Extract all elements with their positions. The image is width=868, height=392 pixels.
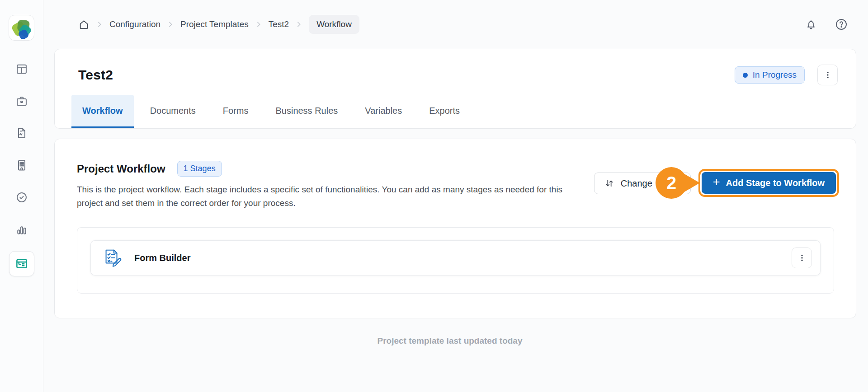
stage-list-container: Form Builder xyxy=(77,227,834,294)
briefcase-icon xyxy=(15,95,28,107)
chevron-right-icon xyxy=(167,21,174,28)
project-menu-button[interactable] xyxy=(817,65,838,85)
bell-icon[interactable] xyxy=(805,18,817,31)
annotation-step-marker: 2 xyxy=(656,167,687,199)
project-header-card: Test2 In Progress Workflow Documents For… xyxy=(54,49,856,129)
change-order-label: Change xyxy=(621,178,652,189)
sidebar xyxy=(0,0,43,392)
check-circle-icon xyxy=(15,191,28,204)
stage-menu-button[interactable] xyxy=(792,247,812,268)
sidebar-nav xyxy=(9,59,34,276)
sidebar-item-templates[interactable] xyxy=(9,251,34,276)
app-logo[interactable] xyxy=(9,15,34,41)
section-title: Project Workflow xyxy=(77,163,165,175)
sidebar-item-tasks[interactable] xyxy=(9,187,34,208)
form-builder-icon xyxy=(102,247,123,268)
breadcrumb-test2[interactable]: Test2 xyxy=(269,19,289,29)
workflow-actions: Change + Add Stage to Workflow xyxy=(594,169,839,197)
sidebar-item-projects[interactable] xyxy=(9,91,34,112)
status-badge-label: In Progress xyxy=(753,70,797,80)
tab-forms[interactable]: Forms xyxy=(212,95,259,128)
help-icon[interactable] xyxy=(835,18,848,31)
sidebar-item-organization[interactable] xyxy=(9,155,34,176)
breadcrumb-configuration[interactable]: Configuration xyxy=(109,19,160,29)
plus-icon: + xyxy=(713,176,720,188)
sidebar-item-dashboard[interactable] xyxy=(9,59,34,79)
sort-arrows-icon xyxy=(604,178,614,188)
tab-bar: Workflow Documents Forms Business Rules … xyxy=(55,95,856,128)
home-icon[interactable] xyxy=(78,19,90,30)
tab-exports[interactable]: Exports xyxy=(418,95,471,128)
bar-chart-icon xyxy=(15,223,28,236)
tab-documents[interactable]: Documents xyxy=(139,95,207,128)
layout-icon xyxy=(15,63,28,75)
topbar: Configuration Project Templates Test2 Wo… xyxy=(43,0,868,49)
leaf-logo-icon xyxy=(11,17,33,39)
kebab-icon xyxy=(823,70,832,79)
marker-number: 2 xyxy=(656,167,687,199)
project-workflow-card: Project Workflow 1 Stages This is the pr… xyxy=(54,139,856,318)
tab-workflow[interactable]: Workflow xyxy=(71,95,134,128)
building-icon xyxy=(15,159,28,172)
stage-row[interactable]: Form Builder xyxy=(90,240,821,275)
breadcrumb: Configuration Project Templates Test2 Wo… xyxy=(78,15,805,34)
breadcrumb-workflow: Workflow xyxy=(309,15,359,34)
form-template-icon xyxy=(15,257,28,271)
annotation-highlight-ring: + Add Stage to Workflow xyxy=(698,169,839,197)
title-row: Test2 In Progress xyxy=(55,49,856,85)
tab-variables[interactable]: Variables xyxy=(354,95,413,128)
main-area: Configuration Project Templates Test2 Wo… xyxy=(43,0,868,392)
breadcrumb-project-templates[interactable]: Project Templates xyxy=(180,19,249,29)
chevron-right-icon xyxy=(255,21,262,28)
add-stage-button[interactable]: + Add Stage to Workflow xyxy=(702,172,836,194)
document-report-icon xyxy=(15,127,28,140)
marker-tail xyxy=(684,173,700,192)
sidebar-item-analytics[interactable] xyxy=(9,219,34,240)
sidebar-item-reports[interactable] xyxy=(9,123,34,144)
chevron-right-icon xyxy=(295,21,302,28)
kebab-icon xyxy=(797,253,807,262)
last-updated-note: Project template last updated today xyxy=(43,336,856,346)
page-title: Test2 xyxy=(78,67,735,83)
section-head: Project Workflow 1 Stages This is the pr… xyxy=(77,161,574,210)
stages-count-badge: 1 Stages xyxy=(177,161,222,177)
chevron-right-icon xyxy=(96,21,103,28)
status-dot-icon xyxy=(743,73,748,78)
stage-name: Form Builder xyxy=(134,253,792,263)
tab-business-rules[interactable]: Business Rules xyxy=(264,95,349,128)
section-description: This is the project workflow. Each stage… xyxy=(77,183,570,210)
topbar-icons xyxy=(805,18,848,31)
status-badge[interactable]: In Progress xyxy=(735,66,805,84)
add-stage-label: Add Stage to Workflow xyxy=(726,178,825,188)
